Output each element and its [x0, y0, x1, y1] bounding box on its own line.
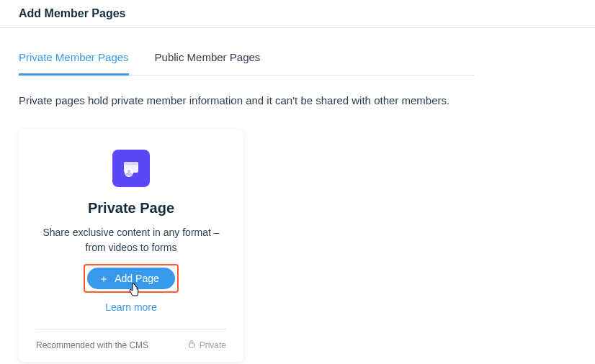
private-page-icon [112, 150, 150, 187]
svg-rect-4 [189, 343, 194, 347]
page-title: Add Member Pages [19, 7, 576, 20]
add-page-label: Add Page [115, 273, 159, 284]
content-area: Private Member Pages Public Member Pages… [0, 42, 595, 362]
tab-bar: Private Member Pages Public Member Pages [19, 42, 474, 76]
svg-rect-1 [124, 162, 138, 165]
tab-label: Public Member Pages [155, 51, 261, 63]
add-page-highlight: ＋ Add Page [84, 264, 179, 293]
learn-more-link[interactable]: Learn more [105, 301, 157, 313]
private-page-card: Private Page Share exclusive content in … [19, 129, 243, 362]
add-page-button[interactable]: ＋ Add Page [87, 268, 175, 289]
tab-public-member-pages[interactable]: Public Member Pages [155, 42, 261, 75]
card-title: Private Page [88, 200, 174, 217]
lock-icon [188, 340, 195, 350]
tab-private-member-pages[interactable]: Private Member Pages [19, 42, 129, 76]
svg-point-3 [128, 170, 130, 173]
card-footer: Recommended with the CMS Private [36, 329, 226, 350]
tab-description: Private pages hold private member inform… [19, 94, 576, 106]
privacy-label: Private [200, 340, 226, 350]
card-footer-right: Private [188, 340, 226, 350]
tab-label: Private Member Pages [19, 51, 129, 63]
page-header: Add Member Pages [0, 0, 595, 28]
card-subtitle: Share exclusive content in any format – … [36, 225, 226, 255]
card-footer-left: Recommended with the CMS [36, 340, 148, 350]
plus-icon: ＋ [99, 273, 109, 283]
